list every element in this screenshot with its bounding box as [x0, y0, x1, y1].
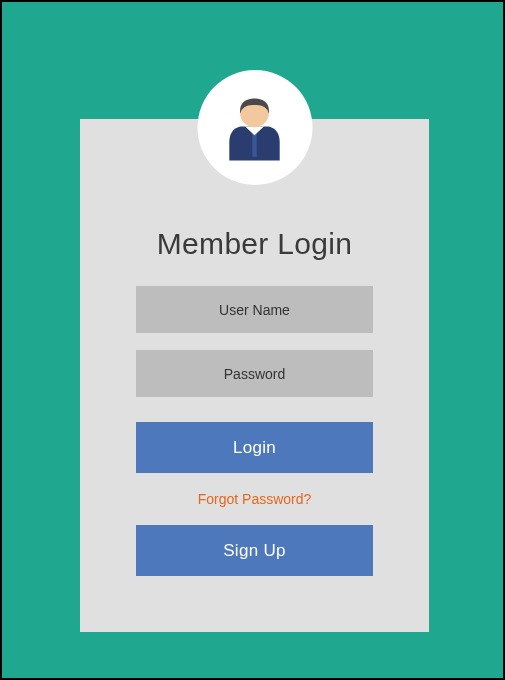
avatar-circle	[197, 70, 312, 185]
login-button[interactable]: Login	[136, 422, 373, 473]
password-input[interactable]	[136, 350, 373, 397]
avatar-icon	[219, 92, 291, 164]
forgot-password-link[interactable]: Forgot Password?	[136, 491, 373, 507]
login-form: Login Forgot Password? Sign Up	[136, 286, 373, 576]
login-title: Member Login	[80, 227, 429, 261]
svg-rect-0	[252, 131, 256, 156]
username-input[interactable]	[136, 286, 373, 333]
login-card: Member Login Login Forgot Password? Sign…	[80, 119, 429, 632]
signup-button[interactable]: Sign Up	[136, 525, 373, 576]
